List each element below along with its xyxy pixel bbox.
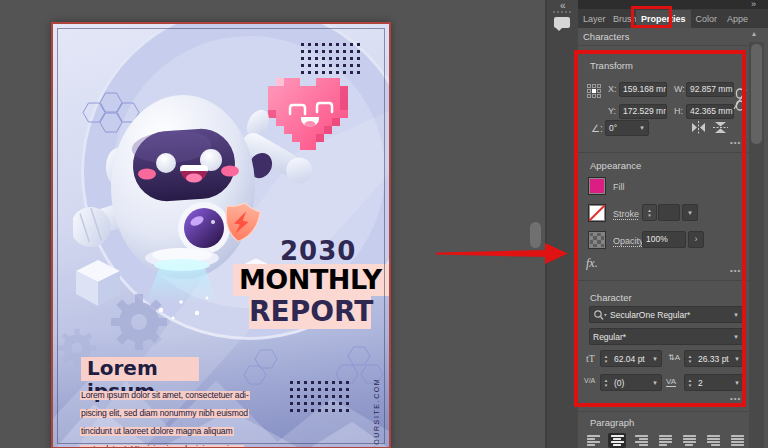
- justify-right-button[interactable]: [704, 433, 722, 448]
- search-icon: [593, 309, 607, 321]
- tracking-icon: VA: [666, 377, 676, 387]
- chevron-down-icon[interactable]: ▾: [729, 333, 743, 341]
- stroke-weight-input[interactable]: [658, 204, 680, 221]
- opacity-swatch-icon[interactable]: [588, 231, 606, 249]
- font-style-select[interactable]: Regular* ▾: [589, 328, 744, 345]
- w-label: W:: [674, 84, 685, 94]
- comments-panel-icon-tail: [556, 28, 562, 34]
- appearance-section-title: Appearance: [590, 160, 641, 171]
- tab-layers[interactable]: Layer: [578, 10, 608, 28]
- align-right-button[interactable]: [632, 433, 650, 448]
- y-input[interactable]: 172.529 mm: [619, 104, 667, 119]
- tab-appearance[interactable]: Appe: [722, 10, 752, 28]
- collapse-dock-icon[interactable]: «: [560, 0, 566, 11]
- leading-stepper[interactable]: ▲▼: [685, 351, 695, 366]
- panel-scrollbar-thumb[interactable]: [751, 44, 762, 144]
- paragraph-section-title: Paragraph: [590, 417, 634, 428]
- font-size-icon: tT: [586, 353, 595, 364]
- tab-color[interactable]: Color: [691, 10, 723, 28]
- chevron-down-icon[interactable]: ▾: [729, 311, 743, 319]
- panel-top-bar: [578, 0, 768, 9]
- chevron-down-icon[interactable]: ▾: [649, 379, 661, 387]
- align-center-button[interactable]: [608, 433, 626, 448]
- poster-body-text: Lorem ipsum dolor sit amet, consectetuer…: [80, 384, 240, 448]
- fill-color-swatch[interactable]: [588, 177, 606, 195]
- poster-artboard[interactable]: 2030 MONTHLY REPORT Lorem ipsum Lorem ip…: [51, 22, 391, 448]
- poster-heading: Lorem ipsum: [81, 357, 199, 381]
- poster-title-report: REPORT: [249, 296, 371, 329]
- document-canvas: 2030 MONTHLY REPORT Lorem ipsum Lorem ip…: [0, 0, 546, 448]
- stroke-weight-select[interactable]: ▾: [682, 204, 698, 221]
- rotate-angle-icon: ∠:: [591, 123, 603, 134]
- panel-tab-bar: Layer Brush Properties Color Appe: [578, 9, 768, 28]
- transform-section-title: Transform: [590, 60, 633, 71]
- dot-grid-bottom-right: [290, 381, 349, 412]
- flip-vertical-icon[interactable]: [713, 121, 728, 134]
- kerning-icon: V/A: [584, 377, 595, 384]
- kerning-stepper[interactable]: ▲▼: [601, 375, 611, 390]
- stroke-color-swatch[interactable]: [588, 204, 606, 222]
- comments-panel-icon[interactable]: [554, 17, 570, 28]
- stroke-weight-stepper[interactable]: ▲▼: [642, 204, 657, 221]
- character-more-options[interactable]: •••: [730, 394, 741, 403]
- poster-title-monthly: MONTHLY: [233, 264, 389, 296]
- flip-horizontal-icon[interactable]: [691, 121, 706, 134]
- leading-icon: ⇅A: [668, 353, 680, 362]
- divider: [578, 411, 748, 412]
- transform-more-options[interactable]: •••: [730, 138, 741, 147]
- reference-point-icon[interactable]: [587, 84, 601, 98]
- panel-dock-strip: [547, 0, 578, 448]
- poster-year: 2030: [280, 236, 342, 266]
- rotate-angle-select[interactable]: 0° ▾: [605, 120, 649, 136]
- opacity-input[interactable]: 100%: [642, 231, 686, 248]
- font-size-select[interactable]: ▲▼ 62.04 pt ▾: [600, 350, 662, 367]
- h-label: H:: [674, 106, 683, 116]
- font-size-stepper[interactable]: ▲▼: [601, 351, 611, 366]
- x-label: X:: [608, 84, 617, 94]
- align-left-button[interactable]: [584, 433, 602, 448]
- font-family-select[interactable]: SecularOne Regular* ▾: [589, 306, 744, 323]
- fill-label[interactable]: Fill: [613, 182, 625, 192]
- justify-left-button[interactable]: [656, 433, 674, 448]
- chevron-down-icon[interactable]: ▾: [636, 124, 648, 132]
- opacity-label[interactable]: Opacity: [613, 236, 644, 246]
- opacity-options-button[interactable]: ›: [688, 231, 704, 248]
- tracking-stepper[interactable]: ▲▼: [685, 375, 695, 390]
- character-section-title: Character: [590, 292, 632, 303]
- canvas-scrollbar-thumb[interactable]: [530, 222, 541, 248]
- chevron-down-icon[interactable]: ▾: [731, 379, 743, 387]
- expand-dock-icon[interactable]: »: [751, 0, 756, 9]
- divider: [578, 45, 748, 46]
- appearance-more-options[interactable]: •••: [730, 266, 741, 275]
- paragraph-align-buttons: [584, 433, 746, 448]
- divider: [578, 152, 748, 153]
- w-input[interactable]: 92.857 mm: [686, 82, 734, 97]
- poster-website: YOURSITE.COM: [373, 381, 380, 448]
- fx-effects-button[interactable]: fx.: [586, 256, 598, 271]
- h-input[interactable]: 42.365 mm: [686, 104, 734, 119]
- hexagon-cluster-bottom-mid: [243, 349, 283, 385]
- stroke-label[interactable]: Stroke: [613, 209, 639, 219]
- chevron-down-icon[interactable]: ▾: [731, 355, 743, 363]
- leading-select[interactable]: ▲▼ 26.33 pt ▾: [684, 350, 744, 367]
- dock-grip-icon[interactable]: [553, 11, 571, 13]
- tab-properties[interactable]: Properties: [636, 10, 691, 28]
- unlink-proportions-icon[interactable]: [733, 88, 747, 112]
- justify-center-button[interactable]: [680, 433, 698, 448]
- selection-type-header: Characters: [583, 31, 629, 42]
- y-label: Y:: [608, 106, 616, 116]
- chevron-down-icon[interactable]: ▾: [649, 355, 661, 363]
- x-input[interactable]: 159.168 mm: [619, 82, 667, 97]
- scroll-up-icon[interactable]: ▴: [752, 29, 756, 38]
- tab-brushes[interactable]: Brush: [608, 10, 636, 28]
- divider: [578, 280, 748, 281]
- tracking-select[interactable]: ▲▼ 2 ▾: [684, 374, 744, 391]
- justify-all-button[interactable]: [728, 433, 746, 448]
- kerning-select[interactable]: ▲▼ (0) ▾: [600, 374, 662, 391]
